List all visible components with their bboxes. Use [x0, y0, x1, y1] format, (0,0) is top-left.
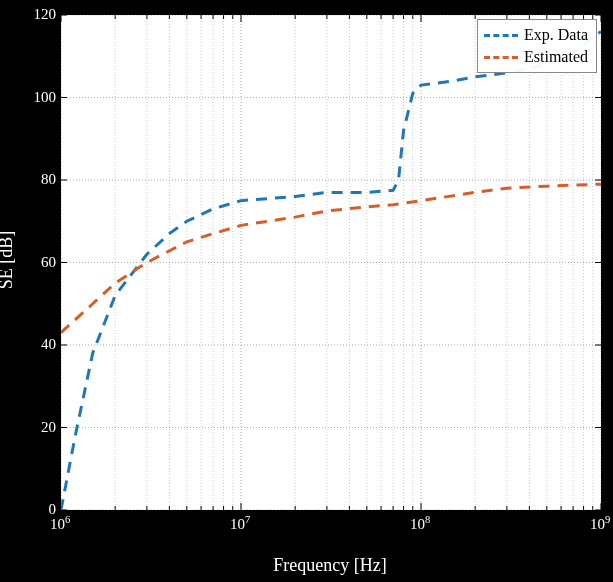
- chart-container: SE [dB] Frequency [Hz] Exp. Data Estimat…: [0, 0, 613, 582]
- legend-item-estimated: Estimated: [484, 46, 588, 68]
- y-tick-label: 100: [6, 88, 56, 105]
- plot-svg: [61, 15, 601, 510]
- y-tick-label: 80: [6, 171, 56, 188]
- legend-label-est: Estimated: [524, 48, 588, 66]
- legend-item-exp-data: Exp. Data: [484, 24, 588, 46]
- x-axis-label: Frequency [Hz]: [60, 555, 600, 576]
- legend-swatch-exp: [484, 34, 518, 37]
- x-tick-label: 106: [50, 514, 70, 533]
- y-tick-label: 60: [6, 253, 56, 270]
- x-tick-label: 109: [590, 514, 610, 533]
- y-tick-label: 0: [6, 501, 56, 518]
- y-tick-label: 20: [6, 418, 56, 435]
- legend-label-exp: Exp. Data: [524, 26, 588, 44]
- x-tick-label: 107: [230, 514, 250, 533]
- legend-swatch-est: [484, 56, 518, 59]
- plot-area: Exp. Data Estimated: [60, 14, 602, 511]
- y-tick-label: 120: [6, 6, 56, 23]
- legend: Exp. Data Estimated: [477, 19, 597, 73]
- y-tick-label: 40: [6, 336, 56, 353]
- x-tick-label: 108: [410, 514, 430, 533]
